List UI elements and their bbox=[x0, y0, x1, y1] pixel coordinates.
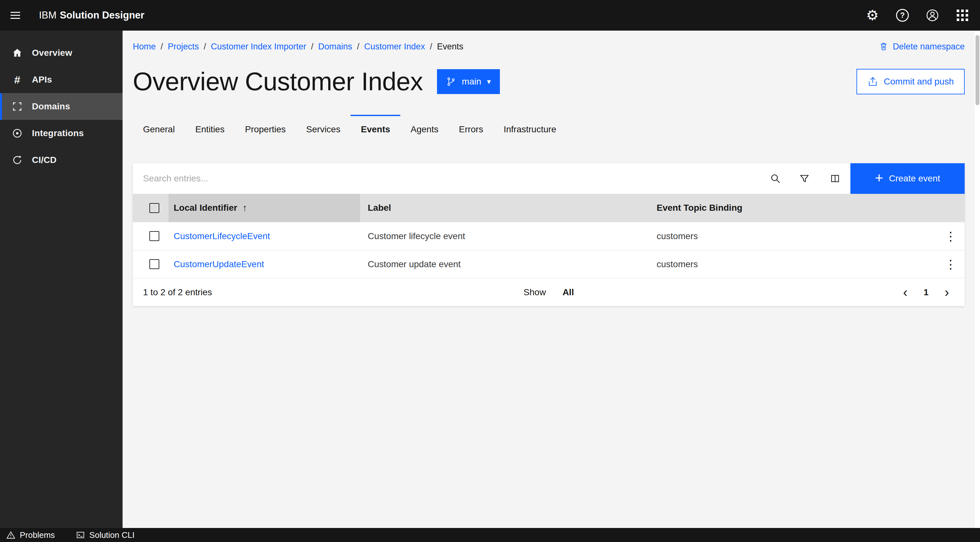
vertical-scrollbar[interactable] bbox=[975, 31, 980, 528]
trash-icon bbox=[879, 42, 888, 51]
breadcrumb-link-customer-index-importer[interactable]: Customer Index Importer bbox=[211, 42, 307, 52]
cell-local-identifier: CustomerLifecycleEvent bbox=[169, 222, 360, 250]
breadcrumb-link-projects[interactable]: Projects bbox=[168, 42, 199, 52]
show-label: Show bbox=[523, 287, 546, 298]
column-header-label-col[interactable]: Label bbox=[360, 194, 649, 222]
breadcrumb-link-customer-index[interactable]: Customer Index bbox=[364, 42, 425, 52]
tab-agents[interactable]: Agents bbox=[400, 115, 449, 143]
breadcrumb-row: Home / Projects / Customer Index Importe… bbox=[133, 40, 965, 53]
show-value-selector[interactable]: All bbox=[562, 287, 574, 298]
overflow-menu-button[interactable]: ⋮ bbox=[941, 227, 960, 246]
table-row: CustomerLifecycleEvent Customer lifecycl… bbox=[133, 222, 965, 250]
side-navigation: Overview # APIs Domains Integrations CI/… bbox=[0, 31, 123, 528]
overflow-menu-button[interactable]: ⋮ bbox=[941, 255, 960, 274]
cell-row-menu: ⋮ bbox=[937, 222, 965, 250]
pagination-bar: 1 to 2 of 2 entries Show All ‹ 1 › bbox=[133, 278, 965, 306]
sidebar-item-label: Overview bbox=[32, 48, 72, 58]
breadcrumb-separator: / bbox=[357, 42, 360, 52]
column-header-menu bbox=[937, 194, 965, 222]
tab-general[interactable]: General bbox=[133, 115, 185, 143]
sort-ascending-icon: ↑ bbox=[242, 203, 247, 213]
tab-services[interactable]: Services bbox=[296, 115, 350, 143]
sidebar-item-label: Domains bbox=[32, 101, 70, 112]
settings-button[interactable]: ⚙ bbox=[858, 0, 888, 31]
hash-icon: # bbox=[11, 74, 24, 85]
sidebar-item-label: APIs bbox=[32, 74, 52, 85]
next-page-button[interactable]: › bbox=[935, 278, 958, 306]
cell-text: customers bbox=[657, 259, 698, 269]
cell-label: Customer update event bbox=[360, 250, 649, 278]
help-button[interactable]: ? bbox=[888, 0, 918, 31]
create-event-button[interactable]: + Create event bbox=[850, 163, 965, 194]
tab-entities[interactable]: Entities bbox=[185, 115, 235, 143]
column-settings-icon bbox=[830, 173, 840, 184]
cell-text: Customer lifecycle event bbox=[368, 231, 465, 241]
breadcrumb-separator: / bbox=[430, 42, 432, 52]
column-header-label: Local Identifier bbox=[173, 203, 237, 213]
chevron-left-icon: ‹ bbox=[903, 285, 908, 300]
tab-bar: General Entities Properties Services Eve… bbox=[133, 115, 965, 143]
row-checkbox[interactable] bbox=[150, 231, 159, 241]
column-settings-button[interactable] bbox=[820, 163, 850, 194]
problems-label: Problems bbox=[20, 530, 55, 540]
event-link[interactable]: CustomerUpdateEvent bbox=[173, 259, 264, 269]
user-profile-button[interactable] bbox=[918, 0, 947, 31]
current-page-number: 1 bbox=[917, 287, 935, 298]
problems-button[interactable]: Problems bbox=[6, 530, 55, 540]
row-checkbox[interactable] bbox=[150, 259, 159, 269]
cell-event-topic-binding: customers bbox=[649, 250, 937, 278]
tab-errors[interactable]: Errors bbox=[449, 115, 493, 143]
sidebar-item-apis[interactable]: # APIs bbox=[0, 66, 123, 93]
event-link[interactable]: CustomerLifecycleEvent bbox=[173, 231, 270, 241]
tab-events[interactable]: Events bbox=[350, 115, 400, 143]
select-all-checkbox[interactable] bbox=[150, 203, 159, 213]
gear-icon: ⚙ bbox=[866, 8, 878, 22]
breadcrumb: Home / Projects / Customer Index Importe… bbox=[133, 42, 463, 52]
column-header-event-topic-binding[interactable]: Event Topic Binding bbox=[649, 194, 937, 222]
delete-namespace-label: Delete namespace bbox=[893, 42, 965, 52]
column-header-local-identifier[interactable]: Local Identifier ↑ bbox=[169, 194, 360, 222]
filter-button[interactable] bbox=[789, 163, 820, 194]
cell-local-identifier: CustomerUpdateEvent bbox=[169, 250, 360, 278]
cell-label: Customer lifecycle event bbox=[360, 222, 649, 250]
branch-selector-button[interactable]: main ▾ bbox=[437, 69, 500, 94]
table-row: CustomerUpdateEvent Customer update even… bbox=[133, 250, 965, 278]
search-input[interactable] bbox=[133, 163, 789, 194]
sidebar-item-cicd[interactable]: CI/CD bbox=[0, 147, 123, 173]
delete-namespace-button[interactable]: Delete namespace bbox=[879, 42, 965, 52]
page-title: Overview Customer Index bbox=[133, 67, 423, 96]
git-branch-icon bbox=[446, 76, 456, 87]
app-switcher-button[interactable] bbox=[947, 0, 977, 31]
user-avatar-icon bbox=[926, 9, 939, 22]
breadcrumb-link-home[interactable]: Home bbox=[133, 42, 156, 52]
help-icon: ? bbox=[896, 9, 909, 22]
tab-infrastructure[interactable]: Infrastructure bbox=[493, 115, 566, 143]
domains-corners-icon bbox=[11, 101, 24, 112]
plus-icon: + bbox=[875, 171, 883, 185]
solution-cli-button[interactable]: Solution CLI bbox=[76, 530, 135, 540]
breadcrumb-current: Events bbox=[437, 42, 463, 52]
overflow-menu-icon: ⋮ bbox=[945, 258, 957, 271]
column-header-label: Event Topic Binding bbox=[657, 203, 743, 213]
sidebar-item-overview[interactable]: Overview bbox=[0, 40, 123, 66]
app-title: IBMSolution Designer bbox=[39, 10, 144, 21]
previous-page-button[interactable]: ‹ bbox=[894, 278, 917, 306]
app-switcher-icon bbox=[957, 10, 968, 21]
sidebar-item-domains[interactable]: Domains bbox=[0, 93, 123, 120]
column-header-label: Label bbox=[368, 203, 391, 213]
row-select-cell bbox=[133, 222, 169, 250]
select-all-cell bbox=[133, 194, 169, 222]
tab-properties[interactable]: Properties bbox=[235, 115, 296, 143]
chevron-right-icon: › bbox=[945, 285, 949, 300]
sidebar-item-label: Integrations bbox=[32, 128, 84, 138]
hamburger-icon bbox=[9, 9, 22, 22]
scrollbar-thumb[interactable] bbox=[975, 35, 979, 105]
status-bar: Problems Solution CLI bbox=[0, 528, 980, 542]
menu-button[interactable] bbox=[0, 0, 31, 31]
breadcrumb-link-domains[interactable]: Domains bbox=[318, 42, 352, 52]
commit-and-push-label: Commit and push bbox=[884, 76, 954, 87]
commit-and-push-button[interactable]: Commit and push bbox=[856, 69, 965, 94]
page-title-name: Customer Index bbox=[245, 67, 423, 96]
overflow-menu-icon: ⋮ bbox=[945, 230, 957, 243]
sidebar-item-integrations[interactable]: Integrations bbox=[0, 120, 123, 147]
